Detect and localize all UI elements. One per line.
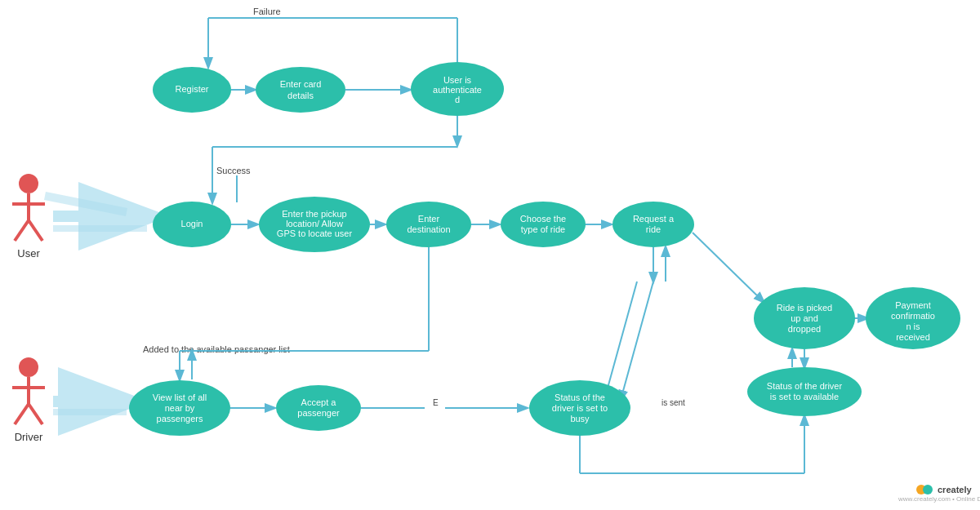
svg-text:View list of all: View list of all <box>153 392 207 402</box>
svg-text:Choose the: Choose the <box>520 214 566 224</box>
svg-line-11 <box>15 404 29 424</box>
svg-text:n is: n is <box>906 322 920 331</box>
svg-text:Accept a: Accept a <box>301 397 337 407</box>
svg-text:received: received <box>896 332 930 342</box>
svg-text:ride: ride <box>646 224 661 234</box>
svg-text:Request a: Request a <box>633 214 675 224</box>
svg-line-4 <box>29 220 42 241</box>
svg-text:details: details <box>287 91 314 100</box>
svg-text:location/ Allow: location/ Allow <box>286 219 343 228</box>
failure-label: Failure <box>253 7 281 16</box>
svg-text:d: d <box>455 95 460 104</box>
watermark-url: www.creately.com • Online Diagramming <box>898 495 980 503</box>
svg-text:dropped: dropped <box>788 324 821 334</box>
svg-line-3 <box>15 220 29 241</box>
user-label: User <box>17 247 40 259</box>
svg-text:up and: up and <box>791 313 818 323</box>
user-actor: User <box>12 174 45 259</box>
svg-text:GPS to locate user: GPS to locate user <box>277 228 353 238</box>
creately-watermark: creately www.creately.com • Online Diagr… <box>898 485 980 503</box>
request-to-picked-arrow <box>693 233 764 302</box>
svg-text:destination: destination <box>407 224 450 234</box>
success-label: Success <box>216 166 251 175</box>
svg-text:is set to available: is set to available <box>770 392 839 401</box>
enter-card-label: Enter card <box>280 79 322 89</box>
user-to-login-arrows <box>45 196 147 228</box>
svg-text:authenticate: authenticate <box>433 85 482 95</box>
svg-text:Enter: Enter <box>418 214 440 224</box>
added-list-label: Added to the available passanger list <box>143 344 290 354</box>
svg-text:passengers: passengers <box>157 414 203 424</box>
svg-point-8 <box>19 357 38 377</box>
svg-line-7 <box>45 196 127 212</box>
driver-label: Driver <box>15 431 43 443</box>
svg-text:Status of the: Status of the <box>555 392 605 402</box>
svg-text:Status of the driver: Status of the driver <box>767 381 843 391</box>
busy-request-arrow2 <box>604 282 637 400</box>
svg-text:driver is set to: driver is set to <box>552 403 608 413</box>
creately-text: creately <box>938 485 972 494</box>
busy-request-arrow <box>621 282 653 400</box>
login-label: Login <box>181 219 203 228</box>
svg-point-0 <box>19 174 38 193</box>
user-auth-label: User is <box>443 75 472 85</box>
svg-text:Enter the pickup: Enter the pickup <box>282 209 347 219</box>
svg-text:Ride is picked: Ride is picked <box>777 303 832 313</box>
driver-actor: Driver <box>12 357 45 443</box>
svg-text:near by: near by <box>165 403 195 413</box>
svg-line-12 <box>29 404 42 424</box>
svg-text:Payment: Payment <box>895 300 930 310</box>
is-sent-label: is sent <box>662 398 685 407</box>
register-label: Register <box>176 84 209 94</box>
svg-text:passenger: passenger <box>297 408 340 418</box>
svg-point-43 <box>923 485 933 494</box>
svg-text:confirmatio: confirmatio <box>891 311 935 321</box>
svg-text:type of ride: type of ride <box>521 224 565 234</box>
notification-e: E <box>433 398 439 407</box>
svg-text:busy: busy <box>570 414 590 424</box>
